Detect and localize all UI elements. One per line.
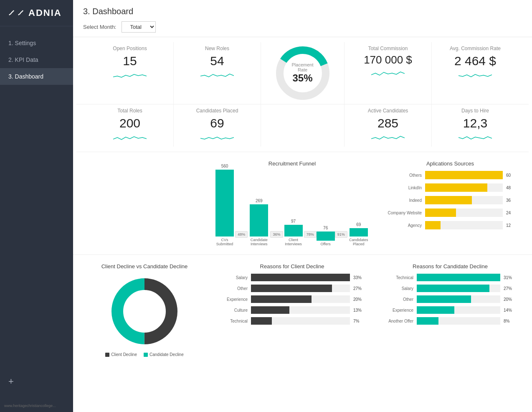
logo-text: ADNIA — [28, 8, 62, 18]
funnel-bar-offers: 76 Offers — [317, 226, 335, 246]
kpi-placement-rate: Placement Rate 35% — [261, 42, 345, 104]
kpi-days-to-hire: Days to Hire 12,3 — [432, 104, 519, 147]
month-select[interactable]: Total — [122, 21, 156, 33]
funnel-ci-label: Candidate Interviews — [248, 238, 270, 246]
sidebar-item-settings[interactable]: 1. Settings — [0, 35, 73, 51]
reason-pct: 14% — [504, 308, 516, 313]
reason-bg — [251, 285, 350, 292]
reason-cand-another-offer: Another Offer 8% — [384, 317, 516, 325]
legend-client-dot — [105, 353, 109, 357]
placement-rate-value: 35% — [288, 72, 317, 84]
sidebar-item-dashboard[interactable]: 3. Dashboard — [0, 68, 73, 85]
reason-client-experience: Experience 20% — [218, 295, 366, 303]
reason-cand-salary: Salary 27% — [384, 285, 516, 292]
app-val-indeed: 36 — [506, 198, 516, 203]
reason-label: Experience — [384, 308, 413, 313]
kpi-new-roles: New Roles 54 — [174, 42, 261, 104]
reason-label: Salary — [384, 286, 413, 291]
funnel-ci-value: 269 — [256, 198, 263, 203]
kpi-total-commission-value: 170 000 $ — [350, 54, 426, 66]
app-bg-indeed — [425, 196, 503, 204]
kpi-total-commission-label: Total Commission — [350, 46, 426, 51]
days-to-hire-sparkline — [459, 133, 492, 142]
decline-legend: Client Decline Candidate Decline — [85, 352, 204, 357]
avg-commission-sparkline — [459, 71, 492, 79]
sidebar: ⟋⟋ ADNIA 1. Settings 2. KPI Data 3. Dash… — [0, 0, 73, 412]
kpi-candidates-placed-label: Candidates Placed — [179, 108, 256, 114]
kpi-new-roles-label: New Roles — [179, 46, 256, 51]
funnel-ci-bar — [250, 204, 268, 237]
app-label-others: Others — [384, 173, 422, 178]
placement-donut-label: Placement Rate 35% — [288, 62, 317, 84]
reason-fill — [417, 285, 489, 292]
reason-bg — [417, 295, 500, 303]
reason-pct: 7% — [353, 319, 366, 323]
app-bg-linkedin — [425, 183, 503, 192]
kpi-open-positions-label: Open Positions — [91, 46, 168, 51]
add-button[interactable]: + — [8, 376, 14, 387]
kpi-active-candidates-value: 285 — [350, 116, 426, 130]
reason-pct: 27% — [353, 286, 366, 291]
kpi-days-to-hire-label: Days to Hire — [437, 108, 514, 114]
kpi-active-candidates: Active Candidates 285 — [345, 104, 432, 147]
reason-client-salary: Salary 33% — [218, 274, 366, 281]
app-bar-linkedin: LinkdIn 48 — [384, 183, 516, 192]
kpi-open-positions-value: 15 — [91, 54, 168, 68]
chart-left-empty — [80, 156, 209, 250]
placement-donut: Placement Rate 35% — [274, 44, 332, 102]
reason-fill — [251, 306, 289, 314]
placement-rate-label: Placement Rate — [288, 62, 317, 72]
legend-candidate-label: Candidate Decline — [149, 352, 184, 357]
reason-pct: 20% — [353, 297, 366, 302]
kpi-total-commission: Total Commission 170 000 $ — [345, 42, 432, 104]
sidebar-logo: ⟋⟋ ADNIA — [0, 0, 73, 26]
app-val-website: 24 — [506, 211, 516, 215]
kpi-avg-commission-label: Avg. Commission Rate — [437, 46, 514, 51]
reason-fill — [417, 274, 500, 281]
funnel-pct-3: 78% — [304, 231, 317, 246]
decline-donut-svg — [107, 274, 182, 349]
funnel-pct-4: 91% — [335, 231, 347, 246]
funnel-pct-2: 36% — [270, 231, 283, 246]
app-fill-indeed — [425, 196, 472, 204]
app-val-others: 60 — [506, 173, 516, 178]
reason-label: Technical — [218, 319, 248, 323]
app-bg-others — [425, 171, 503, 179]
sidebar-item-kpi[interactable]: 2. KPI Data — [0, 51, 73, 68]
reason-label: Experience — [218, 297, 248, 302]
reason-fill — [251, 285, 332, 292]
reason-pct: 20% — [504, 297, 516, 302]
reason-bg — [417, 317, 500, 325]
new-roles-sparkline — [200, 71, 234, 79]
charts-row-2: Client Decline vs Candidate Decline 50% … — [73, 255, 532, 369]
app-fill-others — [425, 171, 503, 179]
funnel-pct-1: 48% — [235, 231, 248, 246]
legend-candidate: Candidate Decline — [144, 352, 184, 357]
kpi-total-roles-value: 200 — [91, 116, 168, 130]
app-sources-title: Aplications Sources — [380, 160, 520, 167]
app-bg-website — [425, 209, 503, 217]
legend-client: Client Decline — [105, 352, 137, 357]
kpi-candidates-placed: Candidates Placed 69 — [174, 104, 261, 147]
reason-label: Other — [218, 286, 248, 291]
funnel-bar-cvs: 560 CVs Submitted — [214, 164, 235, 246]
app-label-website: Company Website — [384, 211, 422, 215]
funnel-cvs-value: 560 — [221, 164, 228, 168]
reasons-candidate-bars: Technical 31% Salary 27% Other — [380, 274, 520, 325]
app-label-linkedin: LinkdIn — [384, 186, 422, 190]
total-roles-sparkline — [113, 133, 147, 142]
main-content: 3. Dashboard Select Month: Total Open Po… — [73, 0, 532, 412]
app-sources-panel: Aplications Sources Others 60 LinkdIn 48 — [375, 156, 525, 250]
app-fill-website — [425, 209, 456, 217]
funnel-client-value: 97 — [291, 219, 296, 224]
candidates-placed-sparkline — [200, 133, 234, 142]
reason-label: Technical — [384, 275, 413, 280]
active-candidates-sparkline — [371, 133, 405, 142]
reason-pct: 13% — [353, 308, 366, 313]
kpi-active-candidates-label: Active Candidates — [350, 108, 426, 114]
page-header: 3. Dashboard Select Month: Total — [73, 0, 532, 37]
legend-candidate-dot — [144, 353, 148, 357]
app-bar-indeed: Indeed 36 — [384, 196, 516, 204]
total-commission-sparkline — [371, 69, 405, 78]
kpi-new-roles-value: 54 — [179, 54, 256, 68]
